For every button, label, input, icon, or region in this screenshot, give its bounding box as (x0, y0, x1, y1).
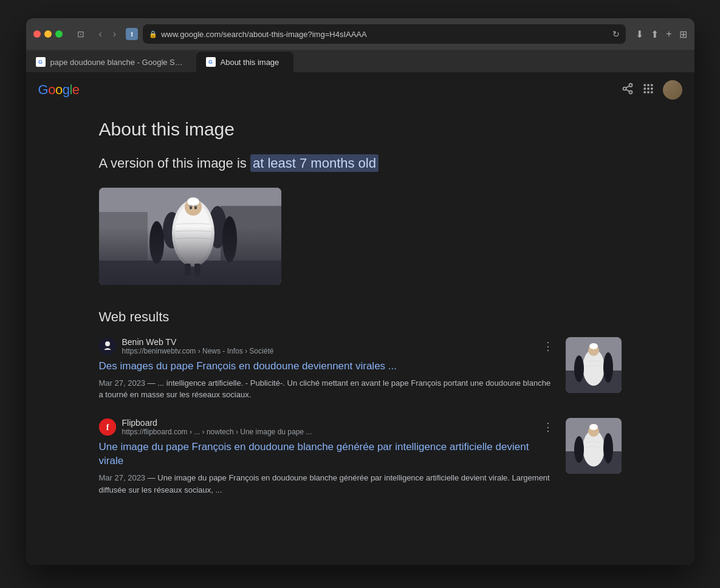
svg-rect-15 (99, 212, 148, 285)
svg-point-47 (603, 433, 613, 463)
result-left-2: f Flipboard https://flipboard.com › ... … (99, 418, 556, 496)
header-actions (622, 80, 682, 100)
result-thumbnail-1[interactable] (566, 337, 622, 393)
logo-o1: o (48, 82, 55, 97)
maximize-traffic-light[interactable] (55, 30, 63, 38)
result-thumbnail-2[interactable] (566, 418, 622, 474)
apps-icon-button[interactable] (642, 83, 654, 98)
back-button[interactable]: ‹ (94, 26, 107, 42)
tab-google-favicon-1: G (36, 57, 46, 67)
svg-rect-17 (99, 261, 281, 285)
image-age-text: A version of this image is at least 7 mo… (99, 154, 622, 173)
result-item-1: Benin Web TV https://beninwebtv.com › Ne… (99, 337, 622, 401)
result-source-name-1: Benin Web TV (122, 337, 274, 347)
benin-web-tv-icon (99, 338, 116, 355)
result-source-info-1: Benin Web TV https://beninwebtv.com › Ne… (122, 337, 274, 355)
web-results-title: Web results (99, 309, 622, 325)
header-avatar[interactable] (663, 80, 682, 100)
svg-rect-9 (647, 87, 649, 89)
result-source-info-2: Flipboard https://flipboard.com › ... › … (122, 418, 312, 436)
svg-line-4 (626, 86, 629, 87)
flipboard-icon: f (99, 419, 116, 436)
share-button[interactable]: ⬆ (651, 29, 659, 40)
svg-rect-11 (643, 91, 645, 93)
svg-point-36 (589, 343, 598, 349)
main-image[interactable] (99, 188, 281, 285)
main-image-art (99, 188, 281, 285)
tabbar: G pape doudoune blanche - Google Search … (26, 50, 694, 73)
result-link-1[interactable]: Des images du pape François en doudoune … (99, 359, 556, 374)
page-content: About this image A version of this image… (26, 107, 694, 565)
lock-icon: 🔒 (149, 30, 157, 38)
logo-g2: g (63, 82, 70, 97)
svg-rect-5 (643, 84, 645, 86)
page-title: About this image (99, 119, 622, 140)
traffic-lights (33, 30, 63, 38)
svg-point-0 (629, 83, 632, 86)
svg-point-37 (574, 355, 584, 382)
svg-point-38 (603, 352, 613, 383)
svg-rect-13 (651, 91, 653, 93)
result-snippet-text-2: — Une image du pape François en doudoune… (99, 473, 550, 494)
titlebar: ⊡ ‹ › t 🔒 www.google.com/search/about-th… (26, 18, 694, 50)
new-tab-button[interactable]: + (666, 29, 671, 39)
result-source-1: Benin Web TV https://beninwebtv.com › Ne… (99, 337, 556, 355)
svg-point-31 (105, 341, 110, 346)
age-text-prefix: A version of this image is (99, 156, 250, 171)
result-link-2[interactable]: Une image du pape François en doudoune b… (99, 440, 556, 469)
google-header: Google (26, 73, 694, 107)
reload-button[interactable]: ↻ (612, 29, 620, 39)
svg-text:f: f (106, 423, 109, 432)
result-date-1: Mar 27, 2023 (99, 378, 146, 388)
logo-g: G (38, 82, 49, 97)
result-snippet-text-1: — ... intelligence artificielle. - Publi… (99, 378, 551, 400)
tab-search[interactable]: G pape doudoune blanche - Google Search (26, 52, 196, 72)
content-area: Google (26, 73, 694, 565)
result-menu-button-2[interactable]: ⋮ (540, 420, 556, 434)
svg-rect-6 (647, 84, 649, 86)
svg-line-3 (626, 89, 629, 91)
svg-rect-12 (647, 91, 649, 93)
share-icon-button[interactable] (622, 83, 634, 98)
nav-buttons: ‹ › (94, 26, 122, 42)
result-source-url-1: https://beninwebtv.com › News - Infos › … (122, 347, 274, 355)
svg-rect-27 (194, 264, 201, 276)
address-bar[interactable]: 🔒 www.google.com/search/about-this-image… (143, 24, 626, 44)
browser-window: ⊡ ‹ › t 🔒 www.google.com/search/about-th… (26, 18, 694, 565)
result-snippet-1: Mar 27, 2023 — ... intelligence artifici… (99, 377, 556, 401)
logo-e: e (72, 82, 80, 97)
minimize-traffic-light[interactable] (44, 30, 52, 38)
forward-button[interactable]: › (108, 26, 121, 42)
result-left-1: Benin Web TV https://beninwebtv.com › Ne… (99, 337, 556, 401)
tab-google-favicon-2: G (206, 57, 216, 67)
sidebar-toggle-button[interactable]: ⊡ (72, 27, 89, 41)
result-snippet-2: Mar 27, 2023 — Une image du pape Françoi… (99, 472, 556, 496)
tab-label-2: About this image (221, 58, 279, 67)
svg-point-29 (222, 216, 237, 262)
google-logo: Google (38, 82, 80, 98)
active-tab-favicon: t (126, 28, 138, 40)
age-highlight: at least 7 months old (250, 154, 379, 172)
close-traffic-light[interactable] (33, 30, 41, 38)
svg-point-23 (187, 197, 199, 206)
svg-rect-26 (185, 264, 191, 276)
svg-point-19 (208, 206, 227, 248)
tab-grid-button[interactable]: ⊞ (679, 29, 687, 40)
result-item-2: f Flipboard https://flipboard.com › ... … (99, 418, 622, 496)
result-source-2: f Flipboard https://flipboard.com › ... … (99, 418, 556, 436)
svg-rect-8 (643, 87, 645, 89)
svg-rect-10 (651, 87, 653, 89)
result-menu-button-1[interactable]: ⋮ (540, 340, 556, 353)
result-source-url-2: https://flipboard.com › ... › nowtech › … (122, 428, 312, 436)
tab-about-image[interactable]: G About this image (196, 52, 293, 72)
result-source-name-2: Flipboard (122, 418, 312, 428)
svg-rect-7 (651, 84, 653, 86)
download-button[interactable]: ⬇ (636, 29, 643, 40)
svg-point-45 (589, 424, 598, 430)
svg-point-1 (623, 87, 626, 90)
svg-point-2 (629, 91, 632, 94)
toolbar-actions: ⬇ ⬆ + ⊞ (636, 29, 687, 40)
logo-o2: o (55, 82, 63, 97)
result-date-2: Mar 27, 2023 (99, 473, 146, 482)
svg-point-46 (574, 436, 584, 463)
